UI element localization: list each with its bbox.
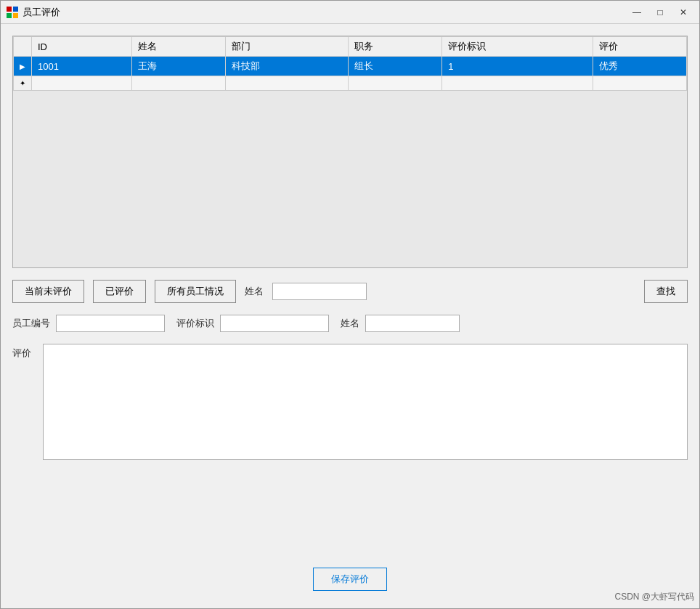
cell-dept bbox=[226, 76, 348, 91]
cell-name bbox=[132, 76, 226, 91]
name-label: 姓名 bbox=[341, 317, 359, 330]
table-body: ▶1001王海科技部组长1优秀✦ bbox=[14, 57, 687, 91]
eval-flag-label: 评价标识 bbox=[176, 317, 214, 330]
title-bar-left: 员工评价 bbox=[7, 6, 60, 19]
save-row: 保存评价 bbox=[12, 568, 688, 597]
emp-id-label: 员工编号 bbox=[12, 317, 50, 330]
table-header-row: ID 姓名 部门 职务 评价标识 评价 bbox=[14, 37, 687, 57]
title-bar-controls: — □ ✕ bbox=[627, 4, 693, 20]
eval-label: 评价 bbox=[12, 347, 31, 360]
app-icon bbox=[7, 7, 18, 18]
cell-position bbox=[348, 76, 441, 91]
data-table-container: ID 姓名 部门 职务 评价标识 评价 ▶1001王海科技部组长1优秀✦ bbox=[12, 36, 688, 268]
watermark: CSDN @大虾写代码 bbox=[614, 591, 694, 603]
emp-id-input[interactable] bbox=[56, 315, 165, 332]
all-employees-button[interactable]: 所有员工情况 bbox=[155, 280, 236, 303]
window-content: ID 姓名 部门 职务 评价标识 评价 ▶1001王海科技部组长1优秀✦ 当前未… bbox=[1, 24, 699, 608]
cell-dept: 科技部 bbox=[226, 57, 348, 76]
svg-rect-2 bbox=[7, 13, 12, 18]
eval-flag-input[interactable] bbox=[220, 315, 329, 332]
employee-table: ID 姓名 部门 职务 评价标识 评价 ▶1001王海科技部组长1优秀✦ bbox=[13, 36, 687, 91]
col-indicator bbox=[14, 37, 32, 57]
save-button[interactable]: 保存评价 bbox=[313, 568, 387, 591]
col-name: 姓名 bbox=[132, 37, 226, 57]
svg-rect-1 bbox=[13, 7, 18, 12]
form-row: 员工编号 评价标识 姓名 bbox=[12, 315, 688, 332]
cell-indicator: ▶ bbox=[14, 57, 32, 76]
col-position: 职务 bbox=[348, 37, 441, 57]
cell-eval_flag bbox=[442, 76, 593, 91]
eval-textarea[interactable] bbox=[43, 344, 688, 460]
col-dept: 部门 bbox=[226, 37, 348, 57]
search-name-label: 姓名 bbox=[245, 285, 264, 298]
eval-flag-field: 评价标识 bbox=[176, 315, 329, 332]
col-id: ID bbox=[32, 37, 132, 57]
name-field: 姓名 bbox=[341, 315, 460, 332]
close-button[interactable]: ✕ bbox=[673, 4, 693, 20]
name-input[interactable] bbox=[365, 315, 460, 332]
main-window: 员工评价 — □ ✕ ID 姓名 部门 职务 评价标识 评价 bbox=[0, 0, 700, 609]
button-row: 当前未评价 已评价 所有员工情况 姓名 查找 bbox=[12, 280, 688, 303]
table-row[interactable]: ▶1001王海科技部组长1优秀 bbox=[14, 57, 687, 76]
search-input[interactable] bbox=[272, 283, 367, 300]
title-bar: 员工评价 — □ ✕ bbox=[1, 1, 699, 24]
svg-rect-0 bbox=[7, 7, 12, 12]
eval-row: 评价 bbox=[12, 344, 688, 556]
svg-rect-3 bbox=[13, 13, 18, 18]
window-title: 员工评价 bbox=[23, 6, 60, 19]
not-evaluated-button[interactable]: 当前未评价 bbox=[12, 280, 84, 303]
col-eval: 评价 bbox=[593, 37, 686, 57]
cell-id: 1001 bbox=[32, 57, 132, 76]
col-eval-flag: 评价标识 bbox=[442, 37, 593, 57]
cell-eval_flag: 1 bbox=[442, 57, 593, 76]
search-button[interactable]: 查找 bbox=[644, 280, 688, 303]
cell-eval bbox=[593, 76, 686, 91]
cell-indicator: ✦ bbox=[14, 76, 32, 91]
table-row[interactable]: ✦ bbox=[14, 76, 687, 91]
cell-eval: 优秀 bbox=[593, 57, 686, 76]
cell-name: 王海 bbox=[132, 57, 226, 76]
minimize-button[interactable]: — bbox=[627, 4, 647, 20]
cell-id bbox=[32, 76, 132, 91]
maximize-button[interactable]: □ bbox=[650, 4, 670, 20]
emp-id-field: 员工编号 bbox=[12, 315, 165, 332]
evaluated-button[interactable]: 已评价 bbox=[93, 280, 146, 303]
cell-position: 组长 bbox=[348, 57, 441, 76]
